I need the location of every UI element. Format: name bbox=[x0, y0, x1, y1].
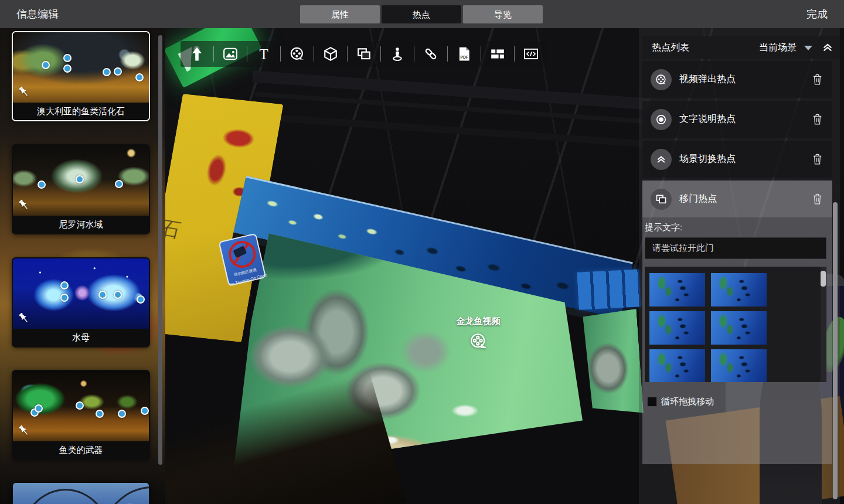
video-frame-thumbnail[interactable] bbox=[711, 349, 767, 382]
hotspot-dot bbox=[38, 181, 46, 189]
hotspot-toolbar: TPDF bbox=[181, 41, 548, 67]
delete-hotspot-button[interactable] bbox=[812, 113, 823, 125]
video-frame-thumbnail[interactable] bbox=[649, 273, 705, 307]
scene-filter-dropdown[interactable]: 当前场景 bbox=[759, 42, 797, 54]
video-frame-thumbnail[interactable] bbox=[711, 311, 767, 345]
film-reel-icon bbox=[651, 69, 672, 90]
scene-thumbnail bbox=[13, 258, 149, 329]
pin-icon[interactable] bbox=[17, 198, 31, 212]
hotspot-dot bbox=[103, 68, 111, 76]
hotspot-dot bbox=[76, 175, 84, 183]
prompt-text-label: 提示文字: bbox=[645, 222, 682, 233]
film-reel-outline-icon[interactable] bbox=[469, 332, 487, 350]
door-tool-button[interactable] bbox=[348, 41, 380, 67]
pin-icon[interactable] bbox=[17, 311, 31, 325]
tiles-icon bbox=[490, 46, 505, 62]
hotspot-item-text-note[interactable]: 文字说明热点 bbox=[642, 101, 832, 138]
delete-hotspot-button[interactable] bbox=[812, 193, 823, 205]
link-icon bbox=[423, 46, 438, 62]
svg-text:T: T bbox=[259, 46, 268, 62]
hotspot-dot bbox=[114, 291, 122, 299]
video-frames-panel bbox=[645, 267, 826, 382]
prompt-text-input[interactable] bbox=[645, 237, 826, 259]
video-frames-grid bbox=[649, 273, 767, 382]
hotspot-item-label: 场景切换热点 bbox=[679, 153, 736, 165]
hotspot-item-label: 移门热点 bbox=[679, 193, 717, 205]
text-icon: T bbox=[256, 46, 271, 62]
image-tool-button[interactable] bbox=[214, 41, 247, 67]
chevron-down-icon[interactable] bbox=[804, 45, 813, 51]
scene-card[interactable]: 鱼类的武器 bbox=[12, 370, 150, 460]
tab-hotspots[interactable]: 热点 bbox=[382, 5, 461, 23]
scene-name: 尼罗河水域 bbox=[13, 216, 149, 233]
hotspot-item-label: 文字说明热点 bbox=[679, 113, 736, 125]
top-bar: 信息编辑 属性热点导览 完成 bbox=[0, 0, 844, 28]
hotspot-dot bbox=[96, 410, 104, 418]
scene-name: 鱼类的武器 bbox=[13, 441, 149, 459]
scene-name: 澳大利亚的鱼类活化石 bbox=[13, 103, 149, 120]
scene-card[interactable]: 水母 bbox=[12, 257, 150, 348]
arrow-up-icon bbox=[189, 46, 205, 62]
door-icon bbox=[651, 189, 672, 210]
hotspot-dot bbox=[115, 180, 123, 188]
scene-thumbnail bbox=[13, 145, 149, 216]
pdf-tool-button[interactable]: PDF bbox=[448, 41, 481, 67]
double-chevron-up-icon bbox=[651, 149, 672, 170]
video-frame-thumbnail[interactable] bbox=[649, 311, 705, 345]
hotspot-dot bbox=[118, 410, 126, 418]
hotspot-item-video-popup[interactable]: 视频弹出热点 bbox=[642, 61, 832, 98]
panorama-video-hotspot[interactable]: 金龙鱼视频 bbox=[443, 316, 513, 352]
hotspot-label: 金龙鱼视频 bbox=[443, 316, 513, 327]
hotspot-dot bbox=[35, 404, 43, 413]
image-icon bbox=[223, 46, 238, 62]
cube-tool-button[interactable] bbox=[314, 41, 347, 67]
loop-drag-label: 循环拖拽移动 bbox=[661, 396, 714, 407]
tiles-tool-button[interactable] bbox=[481, 41, 514, 67]
hotspot-item-scene-switch[interactable]: 场景切换热点 bbox=[642, 141, 832, 178]
collapse-panel-icon[interactable] bbox=[821, 41, 834, 54]
delete-hotspot-button[interactable] bbox=[812, 73, 823, 86]
scene-card[interactable]: 澳大利亚的鱼类活化石 bbox=[12, 31, 150, 121]
hotspot-list-title: 热点列表 bbox=[652, 42, 689, 54]
frames-scroll-thumb[interactable] bbox=[821, 271, 826, 287]
link-tool-button[interactable] bbox=[414, 41, 447, 67]
tab-attributes[interactable]: 属性 bbox=[300, 5, 380, 23]
hotspot-panel-header: 热点列表 当前场景 bbox=[642, 36, 840, 59]
scene-card[interactable]: 尼罗河水域 bbox=[12, 144, 150, 234]
text-tool-button[interactable]: T bbox=[247, 41, 280, 67]
scene-thumbnail bbox=[13, 32, 149, 103]
person-marker-tool-button[interactable] bbox=[381, 41, 414, 67]
delete-hotspot-button[interactable] bbox=[812, 153, 823, 165]
scene-list-scrollbar[interactable] bbox=[158, 35, 162, 465]
hotspot-dot bbox=[60, 281, 69, 290]
hotspot-dot bbox=[63, 64, 72, 73]
video-frame-thumbnail[interactable] bbox=[649, 349, 705, 382]
scene-name: 水母 bbox=[13, 329, 149, 346]
code-icon bbox=[523, 46, 539, 62]
hotspot-dot bbox=[42, 61, 50, 69]
scene-card[interactable] bbox=[12, 482, 150, 504]
hotspot-dot bbox=[98, 291, 107, 299]
right-aquarium-tank bbox=[583, 309, 644, 417]
arrow-up-tool-button[interactable] bbox=[181, 41, 213, 67]
scene-thumbnail bbox=[13, 371, 149, 441]
done-button[interactable]: 完成 bbox=[806, 0, 828, 28]
pdf-icon: PDF bbox=[457, 46, 472, 62]
loop-drag-checkbox[interactable] bbox=[647, 397, 657, 407]
door-icon bbox=[356, 46, 372, 62]
film-reel-tool-button[interactable] bbox=[281, 41, 314, 67]
hotspot-dot bbox=[114, 67, 122, 76]
page-title: 信息编辑 bbox=[16, 0, 59, 28]
pin-icon[interactable] bbox=[17, 424, 31, 438]
person-marker-icon bbox=[390, 46, 405, 62]
code-tool-button[interactable] bbox=[515, 41, 547, 67]
hotspot-item-sliding-door[interactable]: 移门热点 bbox=[642, 181, 832, 217]
hotspot-panel-scrollbar[interactable] bbox=[833, 202, 838, 499]
scene-thumbnail bbox=[13, 483, 149, 504]
video-frame-thumbnail[interactable] bbox=[711, 273, 767, 307]
tab-tour[interactable]: 导览 bbox=[463, 5, 543, 23]
hotspot-dot bbox=[137, 295, 145, 304]
circle-dot-icon bbox=[651, 109, 672, 130]
pin-icon[interactable] bbox=[17, 85, 31, 99]
svg-text:PDF: PDF bbox=[461, 55, 468, 59]
